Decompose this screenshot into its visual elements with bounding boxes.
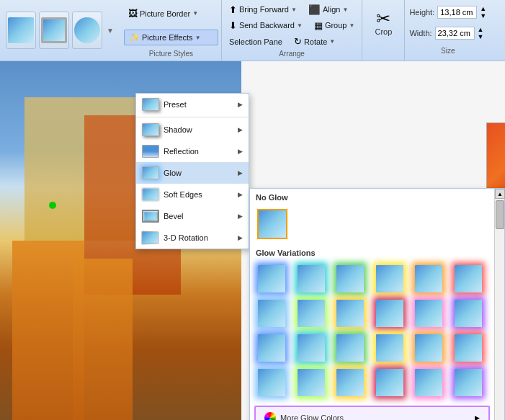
shadow-arrow: ▶ [238, 126, 243, 133]
crop-section-label [365, 58, 401, 59]
glow-variations-grid [250, 260, 494, 404]
no-glow-title: No Glow [250, 189, 494, 205]
glow-variations-title: Glow Variations [250, 246, 494, 260]
glow-cell-ltblue-2[interactable] [256, 367, 287, 398]
style-thumb-2[interactable] [39, 12, 69, 49]
glow-cell-crimson-2[interactable] [374, 367, 406, 398]
style-thumb-1[interactable] [6, 12, 36, 49]
menu-item-glow[interactable]: Glow ▶ [136, 162, 249, 184]
crop-content: ✂ Crop [365, 1, 401, 58]
style-thumb-3[interactable] [72, 12, 102, 49]
main-content: Preset ▶ Shadow ▶ Reflection ▶ Glow ▶ [0, 61, 505, 420]
glow-cell-orange-1[interactable] [413, 263, 444, 295]
effects-icon: ✨ [129, 32, 140, 43]
align-button[interactable]: ⬛ Align ▼ [304, 1, 352, 17]
send-backward-arrow: ▼ [297, 22, 303, 29]
more-glow-colors-item[interactable]: More Glow Colors ▶ [262, 410, 483, 420]
glow-cell-pink-2[interactable] [413, 367, 444, 398]
group-icon: ▦ [314, 20, 323, 31]
arrange-row-2: ⬇ Send Backward ▼ ▦ Group ▼ [225, 17, 359, 33]
menu-item-soft-edges[interactable]: Soft Edges ▶ [136, 184, 249, 205]
glow-cell-gold-2[interactable] [334, 367, 366, 398]
ribbon: ▼ 🖼 Picture Border ▼ ✨ Picture Effects ▼… [0, 0, 505, 61]
menu-item-3d[interactable]: 3-D Rotation ▶ [136, 227, 249, 249]
picture-effects-button[interactable]: ✨ Picture Effects ▼ [124, 30, 218, 45]
picture-styles-label: Picture Styles [124, 50, 218, 59]
height-field: Height: ▲▼ [409, 5, 486, 19]
group-button[interactable]: ▦ Group ▼ [310, 17, 359, 33]
align-icon: ⬛ [308, 4, 321, 15]
glow-scrollbar[interactable]: ▲ ▼ [494, 189, 504, 420]
selection-handle-green [49, 202, 56, 209]
menu-item-reflection[interactable]: Reflection ▶ [136, 140, 249, 162]
reflection-icon [142, 145, 159, 158]
height-spinner[interactable]: ▲▼ [480, 5, 486, 19]
glow-cell-teal-1[interactable] [295, 263, 327, 295]
reflection-arrow: ▶ [238, 148, 243, 155]
crop-button[interactable]: ✂ Crop [365, 1, 401, 45]
tram-2 [73, 259, 133, 420]
menu-item-bevel[interactable]: Bevel ▶ [136, 205, 249, 227]
3d-rotation-arrow: ▶ [238, 234, 243, 241]
bevel-label: Bevel [164, 212, 184, 220]
width-input[interactable] [435, 27, 475, 40]
glow-cell-ltblue-1[interactable] [256, 298, 287, 329]
menu-item-preset[interactable]: Preset ▶ [136, 94, 249, 115]
send-backward-button[interactable]: ⬇ Send Backward ▼ [225, 17, 307, 33]
crop-icon: ✂ [376, 10, 390, 27]
3d-rotation-icon [142, 231, 159, 244]
picture-border-button[interactable]: 🖼 Picture Border ▼ [124, 6, 218, 22]
width-field: Width: ▲▼ [409, 26, 486, 40]
glow-cell-yellow-1[interactable] [374, 263, 406, 295]
more-glow-colors-label: More Glow Colors [280, 414, 344, 420]
selection-pane-button[interactable]: Selection Pane [225, 34, 287, 50]
group-label: Group [325, 21, 347, 30]
width-spinner[interactable]: ▲▼ [478, 26, 484, 40]
rotate-label: Rotate [304, 37, 327, 46]
glow-cell-red-1[interactable] [452, 263, 484, 295]
send-backward-icon: ⬇ [229, 20, 237, 31]
effects-buttons: 🖼 Picture Border ▼ ✨ Picture Effects ▼ [124, 1, 218, 50]
glow-cell-crimson-1[interactable] [374, 298, 406, 329]
bring-forward-arrow: ▼ [291, 6, 297, 13]
glow-cell-orange-2[interactable] [413, 332, 444, 364]
arrange-row-1: ⬆ Bring Forward ▼ ⬛ Align ▼ [225, 1, 359, 17]
bring-forward-icon: ⬆ [229, 4, 237, 15]
preset-icon [142, 98, 159, 111]
preset-label: Preset [164, 100, 187, 109]
glow-label: Glow [164, 169, 182, 177]
reflection-label: Reflection [164, 147, 199, 156]
glow-arrow: ▶ [238, 169, 243, 177]
glow-cell-green-2[interactable] [334, 332, 366, 364]
rotate-button[interactable]: ↻ Rotate ▼ [290, 34, 339, 50]
send-backward-label: Send Backward [239, 21, 295, 30]
glow-cell-pink-1[interactable] [413, 298, 444, 329]
glow-cell-gold-1[interactable] [334, 298, 366, 329]
effects-dropdown-arrow: ▼ [195, 35, 201, 41]
size-label: Size [409, 47, 486, 56]
no-glow-option[interactable] [257, 209, 287, 239]
scrollbar-thumb[interactable] [496, 200, 504, 229]
styles-scroll-arrow[interactable]: ▼ [105, 27, 115, 35]
more-colors-arrow: ▶ [475, 414, 480, 420]
glow-cell-red-2[interactable] [452, 332, 484, 364]
glow-cell-lime-1[interactable] [295, 298, 327, 329]
height-input[interactable] [437, 6, 477, 19]
glow-cell-yellow-2[interactable] [374, 332, 406, 364]
separator-1 [136, 117, 249, 117]
border-icon: 🖼 [128, 8, 138, 19]
bevel-icon [142, 210, 159, 223]
glow-cell-purple-1[interactable] [452, 298, 484, 329]
glow-cell-teal-2[interactable] [295, 332, 327, 364]
bring-forward-button[interactable]: ⬆ Bring Forward ▼ [225, 1, 301, 17]
glow-cell-blue-2[interactable] [256, 332, 287, 364]
no-glow-section [250, 205, 494, 246]
soft-edges-icon [142, 188, 159, 201]
glow-cell-green-1[interactable] [334, 263, 366, 295]
menu-item-shadow[interactable]: Shadow ▶ [136, 119, 249, 140]
glow-cell-lime-2[interactable] [295, 367, 327, 398]
style-preview-3 [74, 17, 100, 43]
scrollbar-up-button[interactable]: ▲ [495, 189, 505, 199]
glow-cell-purple-2[interactable] [452, 367, 484, 398]
glow-cell-blue-1[interactable] [256, 263, 287, 295]
